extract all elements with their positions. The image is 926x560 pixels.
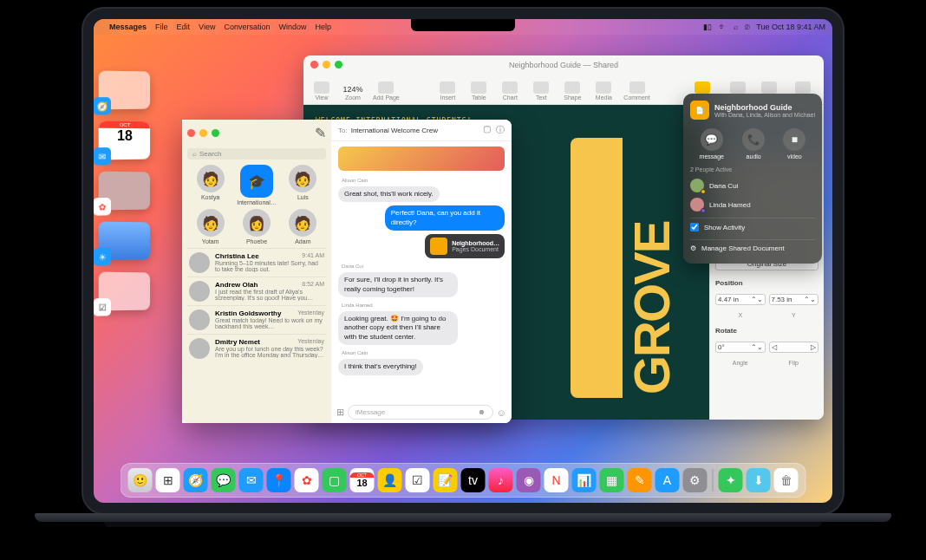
flip-buttons[interactable]: ◁▷ [769,342,819,353]
tb-table[interactable]: Table [467,81,490,101]
video-button[interactable]: ■video [783,128,805,160]
dock-appstore[interactable]: A [655,468,680,492]
manage-shared-row[interactable]: ⚙︎Manage Shared Document [690,239,815,257]
message-in[interactable]: For sure, I'll drop it in shortly. It's … [338,272,458,297]
message-in[interactable]: I think that's everything! [338,359,423,374]
dock-photos[interactable]: ✿ [295,468,319,492]
menu-file[interactable]: File [155,23,168,31]
tb-chart[interactable]: Chart [499,81,521,101]
menu-view[interactable]: View [199,23,215,31]
tb-comment[interactable]: Comment [623,81,649,101]
clock[interactable]: Tue Oct 18 9:41 AM [756,23,825,31]
participant-row[interactable]: Dana Cui [690,176,815,195]
stage-manager-strip: 🧭 OCT 18 ✉︎ ✿ ☀︎ ☑︎ [99,71,165,310]
stage-app-mail[interactable]: OCT 18 ✉︎ [99,121,150,160]
pinned-conversations: 🧑Kostya 🎓International… 🧑Luis 🧑Yotam 👩Ph… [182,165,331,244]
conversation-row[interactable]: Christina Lee9:41 AMRunning 5–10 minutes… [187,248,326,277]
dock-podcasts[interactable]: ◉ [517,468,541,492]
menu-conversation[interactable]: Conversation [224,23,270,31]
stage-app-weather[interactable]: ☀︎ [99,222,150,261]
pinned-adam[interactable]: 🧑Adam [282,209,324,244]
dock-maps[interactable]: 📍 [267,468,291,492]
show-activity-checkbox[interactable] [690,223,699,231]
dock-downloads[interactable]: ⬇︎ [747,468,771,492]
conversation-row[interactable]: Dmitry NemetYesterdayAre you up for lunc… [187,334,326,362]
x-field[interactable]: 4.47 in⌃⌄ [715,294,766,305]
apps-icon[interactable]: ⊞ [336,407,344,418]
angle-field[interactable]: 0°⌃⌄ [715,342,766,353]
dock-news[interactable]: N [545,468,569,492]
display-notch [411,19,515,31]
to-field[interactable]: To:International Welcome Crew ▢ⓘ [331,120,512,141]
dock-messages[interactable]: 💬 [212,468,236,492]
message-in[interactable]: Looking great. 🤩 I'm going to do another… [338,311,458,345]
fullscreen-button[interactable] [212,129,219,137]
emoji-icon[interactable]: ☺ [497,407,506,418]
stage-app-safari[interactable]: 🧭 [99,71,150,110]
menu-edit[interactable]: Edit [177,23,191,31]
dock-safari[interactable]: 🧭 [184,468,208,492]
stage-app-photos[interactable]: ✿ [99,172,150,211]
y-field[interactable]: 7.53 in⌃⌄ [769,294,819,305]
dock-pages[interactable]: ✎ [628,468,652,492]
info-icon[interactable]: ⓘ [496,124,505,136]
conversation-row[interactable]: Kristin GoldsworthyYesterdayGreat match … [187,305,326,334]
tb-zoom[interactable]: 124%Zoom [342,85,364,101]
tb-add-page[interactable]: Add Page [373,81,400,101]
conversation-row[interactable]: Andrew Olah8:52 AMI just read the first … [187,277,326,305]
message-out[interactable]: Perfect! Dana, can you add it directly? [385,205,505,231]
dock-facetime[interactable]: ▢ [323,468,347,492]
doc-icon: 📄 [690,101,709,120]
search-icon[interactable]: ⌕ [734,23,738,31]
pinned-international[interactable]: 🎓International… [235,165,277,205]
message-in[interactable]: Great shot, this'll work nicely. [338,186,440,202]
tb-text[interactable]: Text [530,81,552,101]
battery-icon[interactable]: ▮▯ [703,23,712,31]
dock-calendar[interactable]: OCT18 [350,468,375,492]
dock-music[interactable]: ♪ [489,468,513,492]
search-field[interactable]: ⌕Search [187,148,326,160]
close-button[interactable] [187,129,195,137]
facetime-icon[interactable]: ▢ [483,124,491,136]
popover-title: Neighborhood Guide [714,103,815,112]
dictation-icon[interactable]: ⏺ [479,408,486,416]
participant-row[interactable]: Linda Hamed [690,195,815,214]
dock-notes[interactable]: 📝 [434,468,458,492]
dock-reminders[interactable]: ☑︎ [406,468,430,492]
dock-freeform[interactable]: ✦ [719,468,743,492]
pinned-phoebe[interactable]: 👩Phoebe [235,209,277,244]
app-menu[interactable]: Messages [109,23,147,31]
tb-insert[interactable]: Insert [436,81,459,101]
dock-finder[interactable]: 🙂 [128,468,153,492]
dock-tv[interactable]: tv [461,468,486,492]
search-icon: ⌕ [192,150,197,158]
audio-button[interactable]: 📞audio [742,128,765,160]
menu-window[interactable]: Window [278,23,306,31]
control-center-icon[interactable]: ⎚ [745,23,749,31]
messages-thread: To:International Welcome Crew ▢ⓘ Alison … [331,120,512,423]
compose-button[interactable]: ✎ [315,125,326,141]
pinned-luis[interactable]: 🧑Luis [282,165,324,205]
message-button[interactable]: 💬message [700,128,724,160]
dock-numbers[interactable]: ▦ [600,468,624,492]
minimize-button[interactable] [199,129,207,137]
pages-attachment[interactable]: Neighborhood…Pages Document [425,234,505,258]
pinned-yotam[interactable]: 🧑Yotam [189,209,232,244]
dock-trash[interactable]: 🗑 [774,468,799,492]
tb-view[interactable]: View [310,81,333,101]
pinned-kostya[interactable]: 🧑Kostya [189,165,232,205]
show-activity-row[interactable]: Show Activity [690,218,815,236]
stage-app-reminders[interactable]: ☑︎ [99,272,150,311]
dock-launchpad[interactable]: ⊞ [156,468,180,492]
wifi-icon[interactable]: ᯤ [719,23,727,31]
laptop-base [0,513,926,546]
tb-shape[interactable]: Shape [561,81,584,101]
photo-attachment[interactable] [338,147,505,171]
dock-mail[interactable]: ✉︎ [239,468,264,492]
compose-input[interactable]: iMessage⏺ [348,405,493,420]
dock-settings[interactable]: ⚙︎ [683,468,708,492]
tb-media[interactable]: Media [592,81,615,101]
menu-help[interactable]: Help [315,23,331,31]
dock-contacts[interactable]: 👤 [378,468,402,492]
dock-keynote[interactable]: 📊 [572,468,597,492]
